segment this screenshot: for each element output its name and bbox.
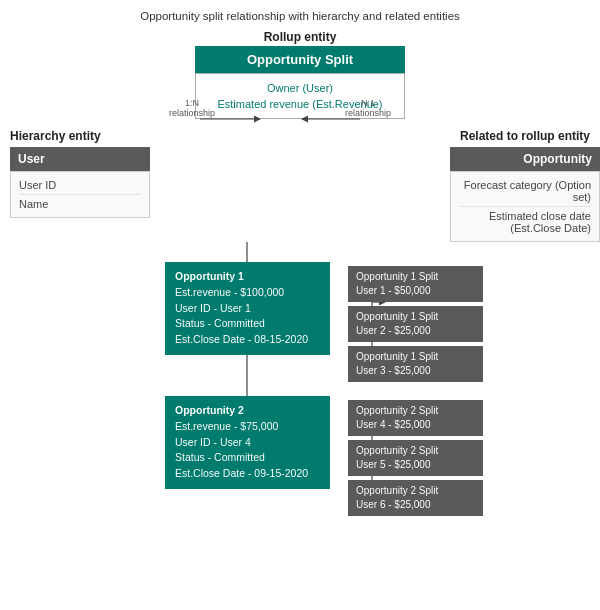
- related-label: Related to rollup entity: [450, 129, 590, 143]
- hierarchy-header: User: [10, 147, 150, 171]
- rollup-section-label: Rollup entity: [10, 30, 590, 44]
- related-fields: Forecast category (Option set) Estimated…: [450, 171, 600, 242]
- opp1-line1: Est.revenue - $100,000: [175, 285, 320, 301]
- opp1-line0: Opportunity 1: [175, 269, 320, 285]
- page-container: Opportunity split relationship with hier…: [0, 0, 600, 610]
- rollup-box: Opportunity Split: [195, 46, 405, 73]
- opp2-line0: Opportunity 2: [175, 403, 320, 419]
- svg-text:N:1: N:1: [361, 98, 375, 108]
- split-1-2: Opportunity 1 Split User 2 - $25,000: [348, 306, 483, 342]
- svg-text:relationship: relationship: [169, 108, 215, 118]
- opp2-line4: Est.Close Date - 09-15-2020: [175, 466, 320, 482]
- opp1-line2: User ID - User 1: [175, 301, 320, 317]
- split-2-2: Opportunity 2 Split User 5 - $25,000: [348, 440, 483, 476]
- splits-group-2: Opportunity 2 Split User 4 - $25,000 Opp…: [348, 400, 483, 516]
- split-2-3: Opportunity 2 Split User 6 - $25,000: [348, 480, 483, 516]
- splits-group-1: Opportunity 1 Split User 1 - $50,000 Opp…: [348, 266, 483, 382]
- svg-text:1:N: 1:N: [185, 98, 199, 108]
- opp2-line1: Est.revenue - $75,000: [175, 419, 320, 435]
- split-2-1: Opportunity 2 Split User 4 - $25,000: [348, 400, 483, 436]
- related-field-1: Estimated close date (Est.Close Date): [459, 207, 591, 237]
- opportunity-1-box: Opportunity 1 Est.revenue - $100,000 Use…: [165, 262, 330, 355]
- split-1-3: Opportunity 1 Split User 3 - $25,000: [348, 346, 483, 382]
- opp2-line2: User ID - User 4: [175, 435, 320, 451]
- opp1-line3: Status - Committed: [175, 316, 320, 332]
- related-header: Opportunity: [450, 147, 600, 171]
- hierarchy-field-1: Name: [19, 195, 141, 213]
- opp2-line3: Status - Committed: [175, 450, 320, 466]
- related-field-0: Forecast category (Option set): [459, 176, 591, 207]
- opp1-line4: Est.Close Date - 08-15-2020: [175, 332, 320, 348]
- related-column: Related to rollup entity Opportunity For…: [450, 129, 590, 242]
- hierarchy-column: Hierarchy entity User User ID Name: [10, 129, 150, 242]
- page-title: Opportunity split relationship with hier…: [10, 10, 590, 22]
- connector-svg-top: 1:N relationship N:1 relationship: [120, 74, 440, 134]
- svg-text:relationship: relationship: [345, 108, 391, 118]
- hierarchy-fields: User ID Name: [10, 171, 150, 218]
- split-1-1: Opportunity 1 Split User 1 - $50,000: [348, 266, 483, 302]
- opportunity-2-box: Opportunity 2 Est.revenue - $75,000 User…: [165, 396, 330, 489]
- hierarchy-field-0: User ID: [19, 176, 141, 195]
